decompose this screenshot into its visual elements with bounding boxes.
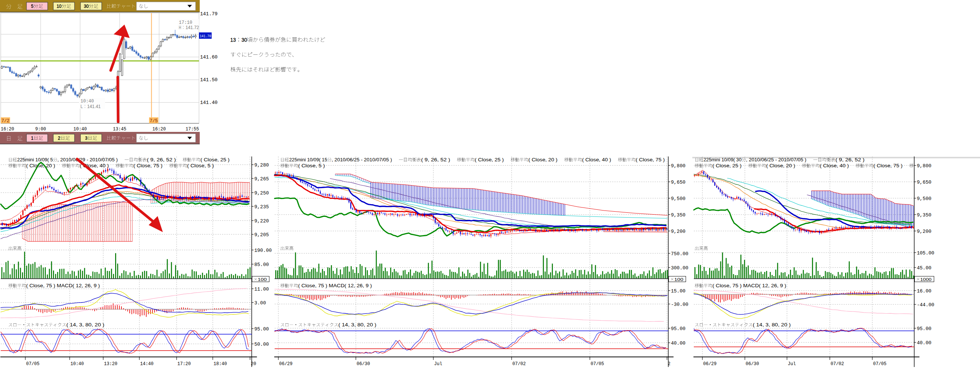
- svg-text:-44.00: -44.00: [917, 302, 935, 308]
- svg-text:07/02: 07/02: [512, 361, 526, 367]
- svg-text:16:20: 16:20: [1, 127, 14, 132]
- svg-text:10: 10: [57, 3, 62, 9]
- svg-text:141.60: 141.60: [200, 54, 218, 60]
- svg-text:( Close, 75 ) MACD( 12, 26,: ( Close, 75 ) MACD( 12, 26, 9 ): [26, 283, 100, 288]
- svg-text:Jul: Jul: [434, 361, 442, 367]
- svg-text:, 2010/06/25 - 2010/07/05 ): , 2010/06/25 - 2010/07/05 ): [332, 157, 392, 162]
- svg-text:9,250: 9,250: [255, 191, 269, 196]
- svg-text:141.50: 141.50: [200, 77, 218, 83]
- svg-text:9,800: 9,800: [917, 163, 932, 169]
- svg-text:40.00: 40.00: [671, 340, 686, 346]
- svg-text:06/30: 06/30: [356, 361, 370, 367]
- svg-text:( 14, 3, 80, 20 ): ( 14, 3, 80, 20 ): [66, 322, 104, 327]
- svg-text:( Close, 40 ): ( Close, 40 ): [820, 163, 849, 168]
- svg-text:( Close, 75 ) MACD( 12, 26,: ( Close, 75 ) MACD( 12, 26, 9 ): [713, 283, 786, 288]
- svg-text:13: 13: [230, 37, 236, 43]
- svg-text:( 14, 3, 80, 20 ): ( 14, 3, 80, 20 ): [753, 322, 791, 327]
- svg-text:( Close, 20 ): ( Close, 20 ): [528, 157, 557, 162]
- svg-text:9,650: 9,650: [671, 180, 686, 185]
- svg-text:H: H: [179, 25, 181, 30]
- svg-text:06/29: 06/29: [279, 361, 293, 367]
- svg-text:3.00: 3.00: [255, 300, 266, 306]
- svg-text:13:45: 13:45: [113, 127, 126, 132]
- svg-text:45.00: 45.00: [917, 265, 932, 271]
- svg-text:9,220: 9,220: [255, 218, 269, 224]
- svg-text:1000: 1000: [920, 277, 932, 282]
- svg-text:( Close, 25 ): ( Close, 25 ): [200, 157, 229, 162]
- svg-text:9,235: 9,235: [255, 204, 269, 210]
- svg-text:( Close, 20 ): ( Close, 20 ): [766, 163, 795, 168]
- svg-text:190.00: 190.00: [255, 248, 272, 253]
- svg-text:225mini 10/09( 5: 225mini 10/09( 5: [17, 157, 53, 162]
- svg-text:( 9, 26, 52 ): ( 9, 26, 52 ): [421, 157, 450, 162]
- svg-text:14:40: 14:40: [140, 361, 154, 367]
- svg-text:17:20: 17:20: [177, 361, 191, 367]
- svg-text:50.00: 50.00: [255, 342, 269, 347]
- svg-text:18:40: 18:40: [213, 361, 227, 367]
- svg-text:07/05: 07/05: [590, 361, 604, 367]
- svg-text:, 2010/06/29 - 2010/07/05 ): , 2010/06/29 - 2010/07/05 ): [57, 157, 118, 162]
- svg-text:9,500: 9,500: [671, 196, 686, 202]
- svg-text:( Close, 20 ): ( Close, 20 ): [26, 163, 55, 168]
- svg-text:9,205: 9,205: [255, 232, 269, 238]
- svg-text:16:20: 16:20: [153, 127, 166, 132]
- svg-text:141.70: 141.70: [200, 34, 211, 38]
- svg-text:07/05: 07/05: [26, 361, 40, 367]
- svg-text:141.79: 141.79: [200, 11, 218, 17]
- svg-text:17:55: 17:55: [186, 127, 199, 132]
- svg-text:15.00: 15.00: [671, 288, 686, 294]
- svg-text:( Close, 25 ): ( Close, 25 ): [475, 157, 504, 162]
- svg-text:7/2: 7/2: [2, 119, 10, 124]
- svg-text:10:40: 10:40: [70, 361, 84, 367]
- svg-text:10:40: 10:40: [81, 99, 94, 104]
- svg-text:9,265: 9,265: [255, 176, 269, 182]
- svg-text:40.00: 40.00: [917, 340, 932, 346]
- svg-text:300.00: 300.00: [671, 265, 689, 271]
- svg-text:1: 1: [31, 135, 33, 141]
- svg-text:105.00: 105.00: [917, 250, 935, 256]
- svg-text:( Close, 75 ): ( Close, 75 ): [636, 157, 665, 162]
- svg-text:30: 30: [242, 37, 247, 43]
- svg-text:2: 2: [668, 361, 670, 367]
- svg-text:L: L: [81, 104, 83, 109]
- svg-text:06/29: 06/29: [703, 361, 717, 367]
- svg-text:, 2010/06/25 - 2010/07/05 ): , 2010/06/25 - 2010/07/05 ): [746, 157, 807, 162]
- svg-text:9,800: 9,800: [671, 163, 686, 169]
- svg-text:( Close, 75 ): ( Close, 75 ): [134, 163, 162, 168]
- svg-text:141.72: 141.72: [186, 25, 199, 30]
- svg-text:16.00: 16.00: [917, 288, 932, 294]
- svg-text:11.00: 11.00: [255, 286, 269, 292]
- svg-text:( Close, 75 ): ( Close, 75 ): [873, 163, 902, 168]
- svg-text:141.41: 141.41: [87, 104, 100, 109]
- svg-text:9,280: 9,280: [255, 162, 269, 168]
- svg-text:( Close, 5 ): ( Close, 5 ): [298, 163, 325, 168]
- svg-text:( Close, 25 ): ( Close, 25 ): [713, 163, 741, 168]
- svg-text:3: 3: [85, 135, 88, 141]
- svg-text:-30.00: -30.00: [671, 302, 689, 307]
- svg-text:750.00: 750.00: [671, 251, 689, 257]
- svg-text:07/05: 07/05: [873, 361, 886, 367]
- svg-text:9,500: 9,500: [917, 196, 932, 202]
- svg-text:2: 2: [58, 135, 60, 141]
- svg-text:100: 100: [258, 277, 267, 282]
- svg-text:( 9, 26, 52 ): ( 9, 26, 52 ): [147, 157, 176, 162]
- svg-text:30: 30: [84, 3, 89, 9]
- svg-text:9:00: 9:00: [35, 127, 46, 132]
- svg-text:9,650: 9,650: [917, 180, 932, 185]
- svg-text:( 9, 26, 52 ): ( 9, 26, 52 ): [835, 157, 864, 162]
- svg-text:9,200: 9,200: [917, 229, 932, 234]
- svg-text:95.00: 95.00: [255, 326, 269, 332]
- svg-text:9,350: 9,350: [671, 212, 686, 218]
- svg-text:17:10: 17:10: [179, 20, 192, 25]
- svg-text:13:20: 13:20: [104, 361, 118, 367]
- svg-text:Jul: Jul: [788, 361, 796, 367]
- svg-text:( Close, 5 ): ( Close, 5 ): [187, 163, 214, 168]
- svg-text:7/5: 7/5: [150, 119, 158, 124]
- svg-text:85.00: 85.00: [255, 262, 269, 267]
- svg-text:225mini 10/09( 15: 225mini 10/09( 15: [289, 157, 327, 162]
- svg-text:( Close, 75 ) MACD( 12, 26,: ( Close, 75 ) MACD( 12, 26, 9 ): [298, 283, 372, 288]
- svg-text:95.00: 95.00: [671, 326, 686, 332]
- svg-text:( 14, 3, 80, 20 ): ( 14, 3, 80, 20 ): [338, 322, 376, 327]
- svg-text:10:40: 10:40: [73, 127, 87, 132]
- svg-text:100: 100: [675, 277, 683, 282]
